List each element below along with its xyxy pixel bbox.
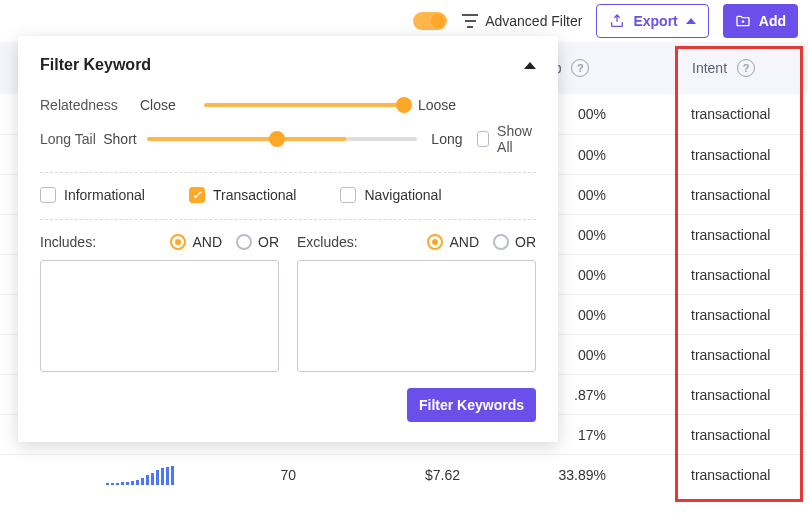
includes-input[interactable] [40, 260, 279, 372]
and-label: AND [192, 234, 222, 250]
cell-intent: transactional [691, 227, 770, 243]
includes-label: Includes: [40, 234, 96, 250]
cell-intent: transactional [691, 427, 770, 443]
divider [40, 172, 536, 173]
export-icon [609, 13, 625, 29]
advanced-filter-toggle[interactable] [413, 12, 447, 30]
relatedness-right-label: Loose [414, 97, 468, 113]
cell-intent: transactional [691, 147, 770, 163]
divider [40, 219, 536, 220]
cell-intent: transactional [691, 347, 770, 363]
filter-keyword-panel: Filter Keyword Relatedness Close Loose L… [18, 36, 558, 442]
relatedness-label: Relatedness [40, 97, 140, 113]
panel-title: Filter Keyword [40, 56, 151, 74]
add-label: Add [759, 13, 786, 29]
show-all-label: Show All [497, 123, 536, 155]
excludes-or-radio[interactable]: OR [493, 234, 536, 250]
slider-handle[interactable] [269, 131, 285, 147]
filter-keywords-label: Filter Keywords [419, 397, 524, 413]
advanced-filter-label: Advanced Filter [485, 13, 582, 29]
cell-intent: transactional [691, 467, 770, 483]
export-button[interactable]: Export [596, 4, 708, 38]
cell-intent: transactional [691, 106, 770, 122]
relatedness-left-label: Close [140, 97, 194, 113]
cell-intent: transactional [691, 387, 770, 403]
relatedness-slider[interactable] [204, 103, 404, 107]
column-header-intent[interactable]: Intent ? [692, 59, 755, 77]
includes-and-radio[interactable]: AND [170, 234, 222, 250]
filter-keywords-button[interactable]: Filter Keywords [407, 388, 536, 422]
column-intent-label: Intent [692, 60, 727, 76]
transactional-label: Transactional [213, 187, 297, 203]
cell-comp: 33.89% [536, 467, 606, 483]
cell-volume: 70 [256, 467, 296, 483]
cell-cpc: $7.62 [410, 467, 460, 483]
cell-intent: transactional [691, 307, 770, 323]
filter-icon [461, 14, 479, 28]
navigational-checkbox[interactable]: Navigational [340, 187, 441, 203]
add-folder-icon [735, 13, 751, 29]
longtail-left-label: Short [103, 131, 137, 147]
help-icon[interactable]: ? [737, 59, 755, 77]
longtail-slider[interactable] [147, 137, 347, 141]
excludes-group: Excludes: AND OR [297, 234, 536, 372]
chevron-up-icon [686, 18, 696, 24]
cell-intent: transactional [691, 267, 770, 283]
table-row[interactable]: 70$7.6233.89%transactional [0, 454, 808, 494]
or-label: OR [258, 234, 279, 250]
informational-checkbox[interactable]: Informational [40, 187, 145, 203]
transactional-checkbox[interactable]: Transactional [189, 187, 297, 203]
help-icon[interactable]: ? [571, 59, 589, 77]
navigational-label: Navigational [364, 187, 441, 203]
excludes-and-radio[interactable]: AND [427, 234, 479, 250]
show-all-checkbox[interactable]: Show All [477, 123, 536, 155]
sparkline [106, 465, 174, 485]
or-label: OR [515, 234, 536, 250]
informational-label: Informational [64, 187, 145, 203]
slider-handle[interactable] [396, 97, 412, 113]
longtail-label: Long Tail [40, 131, 103, 147]
includes-or-radio[interactable]: OR [236, 234, 279, 250]
includes-group: Includes: AND OR [40, 234, 279, 372]
excludes-input[interactable] [297, 260, 536, 372]
cell-intent: transactional [691, 187, 770, 203]
export-label: Export [633, 13, 677, 29]
excludes-label: Excludes: [297, 234, 358, 250]
add-button[interactable]: Add [723, 4, 798, 38]
advanced-filter-button[interactable]: Advanced Filter [461, 13, 582, 29]
and-label: AND [449, 234, 479, 250]
collapse-panel-button[interactable] [524, 62, 536, 69]
longtail-right-label: Long [427, 131, 463, 147]
